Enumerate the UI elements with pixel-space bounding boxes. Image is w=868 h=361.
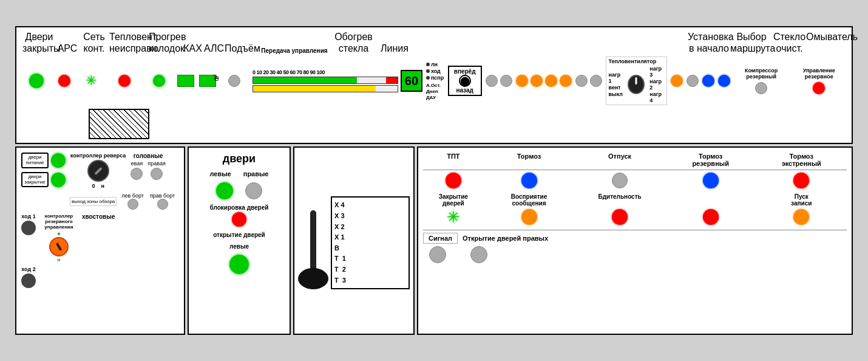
label-pspr: пспр xyxy=(431,75,444,81)
ind-dveri-pitanie xyxy=(51,153,66,168)
rp-label-tpt: ТПТ xyxy=(423,153,484,160)
label-kontroller-reversa: контроллер реверса xyxy=(70,153,126,159)
label-podem: Подъём xyxy=(225,43,258,54)
ind-teplov xyxy=(118,75,131,87)
ind-peredacha-2 xyxy=(500,75,512,87)
doors-pravye: правые xyxy=(243,170,269,177)
ind-vospriyatie-soob xyxy=(521,209,537,225)
label-set: Сеть конт. xyxy=(79,31,109,54)
label-steklo: Стекло очист. xyxy=(773,31,806,54)
direction-box: вперёд ⬤ назад xyxy=(448,66,482,96)
ind-omyvatel xyxy=(718,75,730,87)
ind-progrev xyxy=(153,75,165,87)
label-prav-bort: прав борт xyxy=(150,193,175,199)
right-panel: ТПТ Тормоз Отпуск Тормоз резервный Тормо… xyxy=(417,146,853,335)
rp-label-tormoz-rezerv: Тормоз резервный xyxy=(665,153,756,167)
dot-hod xyxy=(426,69,430,73)
label-b: в xyxy=(58,231,60,236)
ind-obogrev-2 xyxy=(531,75,543,87)
ind-obogrev-1 xyxy=(516,75,528,87)
label-teplov: Тепловент. неисправн. xyxy=(109,31,149,54)
label-n-k: н xyxy=(101,183,104,189)
middle-section: двери левые правые блокировка дверей отк… xyxy=(188,146,415,335)
ind-evaya xyxy=(131,168,143,180)
dot-ln xyxy=(426,63,430,66)
train-row-2: X 2 xyxy=(334,222,406,233)
speed-bar-green xyxy=(253,77,398,84)
rotary-teploven[interactable] xyxy=(628,75,645,94)
label-dnep: Днеп xyxy=(426,89,444,94)
dot-pspr xyxy=(426,76,430,80)
train-row-1: X 3 xyxy=(334,211,406,222)
rp-label-vospriyatie-torm xyxy=(665,193,756,207)
ind-tpt xyxy=(446,173,461,188)
label-blokirovka: блокировка дверей xyxy=(210,204,269,211)
label-kah: КАХ xyxy=(182,43,203,54)
label-hod2: ход 2 xyxy=(21,266,35,272)
label-doors-levye2: левые xyxy=(229,243,249,250)
rp-label-bditelnost: Бдительность xyxy=(574,193,665,207)
ind-dveri-zakrytie xyxy=(51,173,66,187)
label-dveri: Двери закрыты xyxy=(22,31,56,54)
btn-dveri-pitanie[interactable]: двери питание xyxy=(21,153,49,168)
label-nazad: назад xyxy=(456,87,473,94)
label-hod1: ход 1 xyxy=(21,213,35,219)
ind-doors-pravye xyxy=(245,182,262,199)
label-teploven-title: Тепловентилятор xyxy=(609,58,664,64)
ind-linia-1 xyxy=(575,75,588,87)
doors-title: двери xyxy=(223,153,256,165)
label-als: АЛС xyxy=(203,43,225,54)
label-kontroller-rezerv: контроллер резервного управления xyxy=(41,213,77,230)
ind-podem xyxy=(228,75,240,87)
ind-hod1 xyxy=(21,221,36,235)
doors-panel: двери левые правые блокировка дверей отк… xyxy=(188,146,291,335)
main-container: Двери закрыты АРС Сеть конт. Тепловент. … xyxy=(15,26,853,335)
ind-doors-otkrytie xyxy=(229,255,249,274)
rp-label-tormoz: Тормоз xyxy=(484,153,575,160)
ind-hod2 xyxy=(21,273,36,288)
label-golovnye: головные xyxy=(131,153,165,159)
rotary-kontroller-rezerv[interactable] xyxy=(49,237,69,256)
ind-dveri-zakryty xyxy=(29,74,44,88)
ind-bditelnost xyxy=(612,209,628,225)
train-row-5: T 1 xyxy=(334,253,406,264)
ind-otkrytie-pravyh xyxy=(470,246,487,263)
ind-set-kont: ✳ xyxy=(86,74,97,88)
ind-peredacha-1 xyxy=(486,75,498,87)
ind-steklo xyxy=(702,75,714,87)
ind-als: 🖱 xyxy=(199,75,216,87)
label-dau: ДАУ xyxy=(426,95,444,100)
ind-signal xyxy=(429,246,446,263)
label-kompressor: Компрессор резервный xyxy=(734,67,789,80)
train-row-4: B xyxy=(334,243,406,254)
speed-scale: 0 10 20 30 40 50 60 70 80 90 100 xyxy=(253,69,398,75)
ind-tormoz-extr xyxy=(793,173,809,188)
ind-linia-2 xyxy=(590,75,602,87)
hatch-area xyxy=(89,109,149,139)
rp-label-otpusk: Отпуск xyxy=(574,153,665,160)
label-upravlenie: Управление резервное xyxy=(793,67,846,80)
signal-box: Сигнал xyxy=(423,233,458,244)
ind-tormoz-rezerv xyxy=(703,173,719,188)
label-otkrytie-pravyh: Открытие дверей правых xyxy=(463,235,548,242)
label-pravaya: правая xyxy=(147,160,165,167)
train-lever-bar xyxy=(310,210,316,271)
label-a-ost: А.Ост. xyxy=(426,83,444,88)
train-row-6: T 2 xyxy=(334,264,406,275)
ind-kah xyxy=(177,75,194,87)
label-nagr3: нагр 3 xyxy=(649,66,664,78)
ind-vospriyatie-torm xyxy=(703,209,719,225)
rp-label-zakrytie: Закрытие дверей xyxy=(423,193,484,207)
label-hvostovye: хвостовые xyxy=(82,213,115,220)
ind-obogrev-4 xyxy=(560,75,572,87)
label-0: 0 xyxy=(92,183,95,189)
rp-label-tormoz-extr: Тормоз экстренный xyxy=(756,153,847,167)
label-linia: Линия xyxy=(376,43,413,54)
label-vyhod-zony: выход зоны обзора xyxy=(70,197,117,206)
label-nagr2: нагр 2 xyxy=(649,78,664,91)
rotary-kontroller-reversa[interactable] xyxy=(87,160,109,182)
btn-dveri-zakrytie[interactable]: двери закрытие xyxy=(21,172,49,188)
label-vykl: выкл xyxy=(609,91,623,97)
ind-ars xyxy=(58,75,70,87)
ind-lev-bort xyxy=(127,199,138,210)
